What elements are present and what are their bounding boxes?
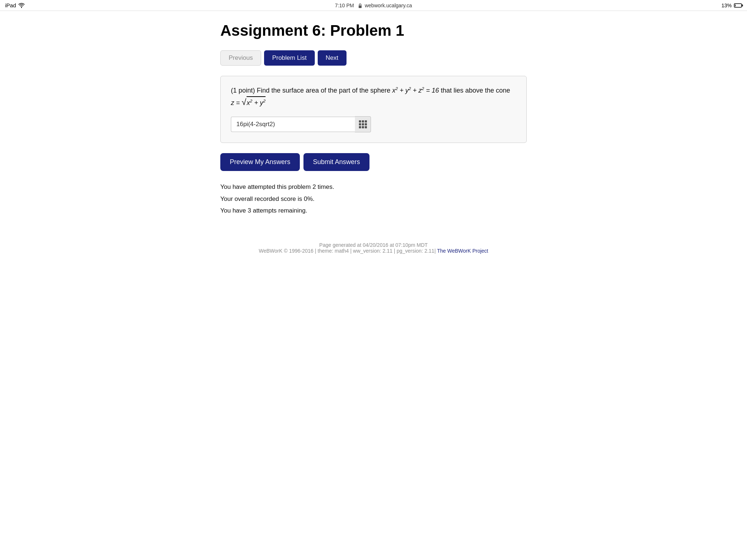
status-left: iPad	[5, 2, 25, 8]
status-right: 13%	[721, 3, 742, 8]
status-center: 7:10 PM webwork.ucalgary.ca	[335, 3, 412, 8]
device-label: iPad	[5, 2, 16, 8]
problem-text: (1 point) Find the surface area of the p…	[231, 85, 516, 108]
footer: Page generated at 04/20/2016 at 07:10pm …	[220, 231, 527, 261]
answer-input[interactable]	[231, 117, 355, 132]
problem-box: (1 point) Find the surface area of the p…	[220, 76, 527, 143]
page-title: Assignment 6: Problem 1	[220, 22, 527, 39]
preview-button[interactable]: Preview My Answers	[220, 153, 300, 171]
footer-generated: Page generated at 04/20/2016 at 07:10pm …	[220, 242, 527, 248]
problem-list-button[interactable]: Problem List	[264, 50, 314, 66]
footer-copyright-text: WeBWorK © 1996-2016 | theme: math4 | ww_…	[259, 248, 436, 254]
action-row: Preview My Answers Submit Answers	[220, 153, 527, 171]
answer-row	[231, 116, 516, 132]
lock-icon	[358, 3, 362, 8]
remaining-message: You have 3 attempts remaining.	[220, 205, 527, 217]
problem-description: Find the surface area of the part of the…	[257, 87, 392, 94]
keyboard-button[interactable]	[355, 116, 371, 132]
battery-icon	[734, 3, 742, 8]
submit-button[interactable]: Submit Answers	[303, 153, 369, 171]
score-message: Your overall recorded score is 0%.	[220, 193, 527, 205]
sphere-equation: x2 + y2 + z2 = 16	[392, 87, 441, 94]
problem-connector: that lies above the cone	[441, 87, 510, 94]
problem-points: (1 point)	[231, 87, 255, 94]
status-messages: You have attempted this problem 2 times.…	[220, 181, 527, 217]
footer-copyright: WeBWorK © 1996-2016 | theme: math4 | ww_…	[220, 248, 527, 254]
svg-rect-0	[359, 5, 361, 8]
grid-icon	[359, 120, 367, 128]
battery-percent: 13%	[721, 3, 732, 8]
status-bar: iPad 7:10 PM webwork.ucalgary.ca 13%	[0, 0, 747, 11]
webwork-project-link[interactable]: The WeBWorK Project	[437, 248, 488, 254]
time-display: 7:10 PM	[335, 3, 354, 8]
attempts-message: You have attempted this problem 2 times.	[220, 181, 527, 193]
url-display: webwork.ucalgary.ca	[365, 3, 412, 8]
nav-button-row: Previous Problem List Next	[220, 50, 527, 66]
wifi-icon	[18, 3, 25, 8]
previous-button[interactable]: Previous	[220, 50, 261, 66]
main-content: Assignment 6: Problem 1 Previous Problem…	[209, 11, 538, 283]
next-button[interactable]: Next	[318, 50, 347, 66]
cone-equation: z = √ x2 + y2	[231, 99, 266, 106]
